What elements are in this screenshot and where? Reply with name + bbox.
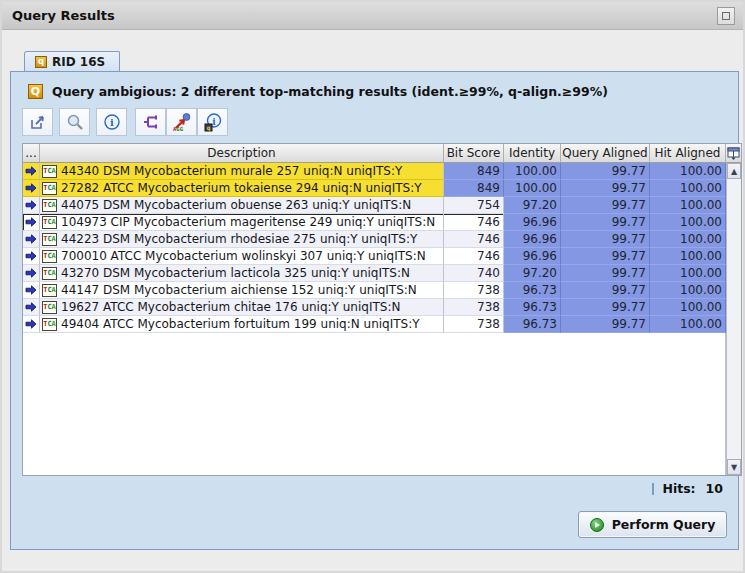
tab-rid-16s[interactable]: q RID 16S <box>24 51 120 71</box>
hit-aligned-cell[interactable]: 100.00 <box>650 180 726 197</box>
query-aligned-cell[interactable]: 99.77 <box>561 265 650 282</box>
query-aligned-cell[interactable]: 99.77 <box>561 299 650 316</box>
scroll-up-button[interactable]: ▲ <box>727 163 741 179</box>
zoom-button[interactable] <box>59 108 90 136</box>
table-row[interactable]: TCA 44075 DSM Mycobacterium obuense 263 … <box>23 197 726 214</box>
results-table: ... Description Bit Score Identity Query… <box>22 143 742 476</box>
bit-score-cell[interactable]: 754 <box>444 197 504 214</box>
row-handle-cell[interactable] <box>23 282 40 299</box>
vertical-scrollbar[interactable]: ▲ ▼ <box>726 163 741 475</box>
row-handle-cell[interactable] <box>23 231 40 248</box>
perform-query-label: Perform Query <box>612 517 716 532</box>
bit-score-cell[interactable]: 849 <box>444 180 504 197</box>
table-row[interactable]: TCA 104973 CIP Mycobacterium mageritense… <box>23 214 726 231</box>
action-row: Perform Query <box>22 511 727 538</box>
description-cell[interactable]: TCA 43270 DSM Mycobacterium lacticola 32… <box>40 265 444 282</box>
column-header-identity[interactable]: Identity <box>504 144 561 163</box>
row-handle-cell[interactable] <box>23 299 40 316</box>
hit-aligned-cell[interactable]: 100.00 <box>650 299 726 316</box>
identity-cell[interactable]: 96.73 <box>504 299 561 316</box>
svg-text:i: i <box>110 117 114 128</box>
scroll-down-button[interactable]: ▼ <box>727 459 741 475</box>
identity-cell[interactable]: 96.73 <box>504 282 561 299</box>
description-cell[interactable]: TCA 44340 DSM Mycobacterium murale 257 u… <box>40 163 444 180</box>
identity-cell[interactable]: 100.00 <box>504 163 561 180</box>
identity-cell[interactable]: 100.00 <box>504 180 561 197</box>
table-row[interactable]: TCA 44223 DSM Mycobacterium rhodesiae 27… <box>23 231 726 248</box>
column-header-handle[interactable]: ... <box>23 144 40 163</box>
bit-score-cell[interactable]: 738 <box>444 316 504 333</box>
identity-cell[interactable]: 96.96 <box>504 248 561 265</box>
bit-score-cell[interactable]: 849 <box>444 163 504 180</box>
warning-icon: Q <box>28 84 43 99</box>
identity-cell[interactable]: 96.96 <box>504 231 561 248</box>
column-header-description[interactable]: Description <box>40 144 444 163</box>
query-aligned-cell[interactable]: 99.77 <box>561 180 650 197</box>
description-cell[interactable]: TCA 104973 CIP Mycobacterium mageritense… <box>40 214 444 231</box>
description-cell[interactable]: TCA 44223 DSM Mycobacterium rhodesiae 27… <box>40 231 444 248</box>
row-handle-cell[interactable] <box>23 180 40 197</box>
query-aligned-cell[interactable]: 99.77 <box>561 282 650 299</box>
float-window-button[interactable] <box>717 7 735 25</box>
column-header-bit-score[interactable]: Bit Score <box>444 144 504 163</box>
hit-aligned-cell[interactable]: 100.00 <box>650 248 726 265</box>
hit-aligned-cell[interactable]: 100.00 <box>650 316 726 333</box>
results-panel: Q Query ambigious: 2 different top-match… <box>10 71 739 550</box>
description-cell[interactable]: TCA 49404 ATCC Mycobacterium fortuitum 1… <box>40 316 444 333</box>
column-config-button[interactable] <box>726 144 741 163</box>
bit-score-cell[interactable]: 738 <box>444 299 504 316</box>
query-aligned-cell[interactable]: 99.77 <box>561 248 650 265</box>
row-handle-cell[interactable] <box>23 265 40 282</box>
identity-cell[interactable]: 96.96 <box>504 214 561 231</box>
row-handle-cell[interactable] <box>23 316 40 333</box>
query-aligned-cell[interactable]: 99.77 <box>561 231 650 248</box>
hit-aligned-cell[interactable]: 100.00 <box>650 265 726 282</box>
query-aligned-cell[interactable]: 99.77 <box>561 214 650 231</box>
column-header-query-aligned[interactable]: Query Aligned <box>561 144 650 163</box>
bit-score-cell[interactable]: 740 <box>444 265 504 282</box>
bit-score-cell[interactable]: 746 <box>444 248 504 265</box>
row-handle-cell[interactable] <box>23 163 40 180</box>
bit-score-cell[interactable]: 746 <box>444 231 504 248</box>
warning-text: Query ambigious: 2 different top-matchin… <box>52 84 608 99</box>
query-aligned-cell[interactable]: 99.77 <box>561 163 650 180</box>
hit-aligned-cell[interactable]: 100.00 <box>650 214 726 231</box>
hit-aligned-cell[interactable]: 100.00 <box>650 163 726 180</box>
description-text: 49404 ATCC Mycobacterium fortuitum 199 u… <box>61 317 420 331</box>
description-cell[interactable]: TCA 44147 DSM Mycobacterium aichiense 15… <box>40 282 444 299</box>
submit-sequence-button[interactable]: AGG <box>166 108 197 136</box>
hit-aligned-cell[interactable]: 100.00 <box>650 231 726 248</box>
table-row[interactable]: TCA 49404 ATCC Mycobacterium fortuitum 1… <box>23 316 726 333</box>
hit-aligned-cell[interactable]: 100.00 <box>650 197 726 214</box>
description-cell[interactable]: TCA 44075 DSM Mycobacterium obuense 263 … <box>40 197 444 214</box>
column-header-hit-aligned[interactable]: Hit Aligned <box>650 144 726 163</box>
description-cell[interactable]: TCA 27282 ATCC Mycobacterium tokaiense 2… <box>40 180 444 197</box>
table-row[interactable]: TCA 27282 ATCC Mycobacterium tokaiense 2… <box>23 180 726 197</box>
identity-cell[interactable]: 97.20 <box>504 265 561 282</box>
row-handle-cell[interactable] <box>23 197 40 214</box>
bit-score-cell[interactable]: 738 <box>444 282 504 299</box>
maximize-icon <box>722 12 730 20</box>
query-aligned-cell[interactable]: 99.77 <box>561 197 650 214</box>
table-row[interactable]: TCA 43270 DSM Mycobacterium lacticola 32… <box>23 265 726 282</box>
table-row[interactable]: TCA 19627 ATCC Mycobacterium chitae 176 … <box>23 299 726 316</box>
bit-score-cell[interactable]: 746 <box>444 214 504 231</box>
description-cell[interactable]: TCA 19627 ATCC Mycobacterium chitae 176 … <box>40 299 444 316</box>
row-handle-cell[interactable] <box>23 214 40 231</box>
export-results-button[interactable] <box>22 108 53 136</box>
query-aligned-cell[interactable]: 99.77 <box>561 316 650 333</box>
tree-button[interactable] <box>135 108 166 136</box>
identity-cell[interactable]: 97.20 <box>504 197 561 214</box>
perform-query-button[interactable]: Perform Query <box>578 511 727 538</box>
table-row[interactable]: TCA 700010 ATCC Mycobacterium wolinskyi … <box>23 248 726 265</box>
table-row[interactable]: TCA 44340 DSM Mycobacterium murale 257 u… <box>23 163 726 180</box>
description-cell[interactable]: TCA 700010 ATCC Mycobacterium wolinskyi … <box>40 248 444 265</box>
scrollbar-track[interactable] <box>727 179 741 459</box>
info-button[interactable]: i <box>96 108 127 136</box>
query-info-button[interactable]: i q <box>197 108 228 136</box>
hit-aligned-cell[interactable]: 100.00 <box>650 282 726 299</box>
arrow-up-icon: ▲ <box>731 167 737 176</box>
row-handle-cell[interactable] <box>23 248 40 265</box>
identity-cell[interactable]: 96.73 <box>504 316 561 333</box>
table-row[interactable]: TCA 44147 DSM Mycobacterium aichiense 15… <box>23 282 726 299</box>
